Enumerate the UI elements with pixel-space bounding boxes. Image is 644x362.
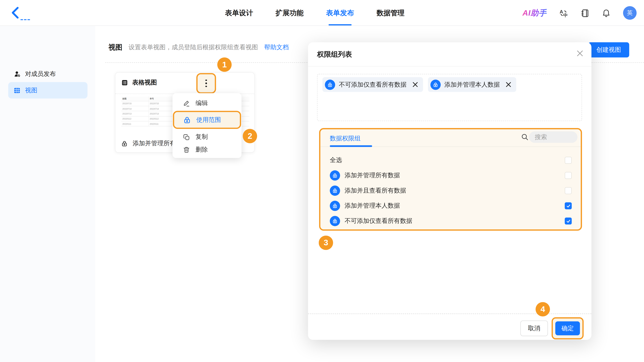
- tab-extensions[interactable]: 扩展功能: [276, 0, 304, 25]
- selected-tags-box: 不可添加仅查看所有数据 添加并管理本人数据: [317, 74, 582, 121]
- sidebar-item-publish-to-members[interactable]: 对成员发布: [8, 67, 88, 81]
- sidebar-item-label: 视图: [25, 86, 37, 94]
- kebab-icon: [206, 80, 207, 87]
- permission-checkbox[interactable]: [565, 187, 572, 194]
- page-title: 视图: [108, 43, 122, 52]
- permission-checkbox[interactable]: [565, 218, 572, 225]
- table-view-icon: [121, 79, 128, 86]
- annotation-step-1: 1: [217, 57, 232, 72]
- grid-view-icon: [14, 87, 21, 94]
- lock-badge-icon: [430, 79, 441, 90]
- permission-group-label: 添加并管理本人数据: [345, 202, 560, 210]
- tab-data-management[interactable]: 数据管理: [377, 0, 405, 25]
- permission-checkbox[interactable]: [565, 202, 572, 209]
- view-card-title: 表格视图: [132, 79, 157, 87]
- menu-item-label: 复制: [196, 133, 208, 141]
- help-docs-link[interactable]: 帮助文档: [264, 43, 289, 51]
- selected-tag: 不可添加仅查看所有数据: [322, 77, 423, 92]
- pencil-icon: [183, 99, 190, 107]
- menu-item-delete[interactable]: 删除: [172, 143, 242, 156]
- cancel-button[interactable]: 取消: [520, 321, 548, 336]
- permission-group-row[interactable]: 添加并且查看所有数据: [330, 183, 572, 198]
- menu-item-label: 使用范围: [196, 116, 221, 124]
- tag-label: 不可添加仅查看所有数据: [339, 81, 406, 88]
- app-window: 表单设计 扩展功能 表单发布 数据管理 AI助手 A 中: [0, 0, 644, 362]
- lock-badge-icon: [330, 216, 340, 226]
- lock-badge-icon: [325, 79, 335, 90]
- lock-badge-icon: [330, 186, 340, 196]
- menu-item-usage-scope[interactable]: 使用范围: [173, 111, 241, 129]
- translate-icon[interactable]: A 中: [559, 8, 568, 17]
- tab-active-underline: [330, 145, 372, 147]
- card-permission-row: 添加并管理所有数据: [121, 140, 174, 147]
- page-subtitle: 设置表单视图，成员登陆后根据权限组查看视图: [129, 43, 258, 51]
- permission-group-label: 添加并管理所有数据: [345, 172, 560, 179]
- copy-icon: [183, 133, 190, 141]
- card-context-menu: 编辑 使用范围 复制 删除: [172, 93, 242, 158]
- nav-tabs: 表单设计 扩展功能 表单发布 数据管理: [225, 0, 404, 25]
- modal-header-divider: [308, 66, 592, 66]
- page-header: 视图 设置表单视图，成员登陆后根据权限组查看视图 帮助文档: [108, 43, 289, 52]
- menu-item-edit[interactable]: 编辑: [172, 97, 242, 110]
- sidebar-item-views[interactable]: 视图: [8, 82, 88, 98]
- annotation-step-4: 4: [536, 302, 550, 317]
- confirm-highlight-ring: 确定: [552, 317, 584, 339]
- permission-group-label: 添加并且查看所有数据: [345, 187, 560, 195]
- permission-group-label: 不可添加仅查看所有数据: [345, 217, 560, 225]
- member-publish-icon: [14, 70, 21, 78]
- modal-footer-divider: [308, 314, 592, 314]
- permission-group-list: 全选 添加并管理所有数据: [330, 153, 572, 229]
- lock-icon: [183, 116, 191, 124]
- data-permission-panel: 数据权限组 搜索 全选 添加并管理所有数据: [319, 128, 582, 231]
- lock-badge-icon: [330, 201, 340, 211]
- annotation-step-3: 3: [319, 236, 333, 250]
- tag-label: 添加并管理本人数据: [444, 81, 500, 88]
- notebook-icon[interactable]: [580, 8, 589, 17]
- card-permission-label: 添加并管理所有数据: [133, 140, 174, 147]
- selected-tag: 添加并管理本人数据: [428, 77, 516, 92]
- lock-icon: [121, 140, 128, 147]
- modal-title: 权限组列表: [317, 50, 352, 59]
- sidebar: 对成员发布 视图: [0, 26, 95, 362]
- sidebar-item-label: 对成员发布: [25, 70, 56, 78]
- topbar-actions: AI助手 A 中: [522, 0, 636, 26]
- annotation-step-2: 2: [243, 129, 257, 143]
- search-input[interactable]: 搜索: [529, 131, 578, 143]
- user-avatar[interactable]: 英: [623, 6, 636, 20]
- back-icon[interactable]: [11, 6, 21, 19]
- top-navigation-bar: 表单设计 扩展功能 表单发布 数据管理 AI助手 A 中: [0, 0, 644, 26]
- tab-form-design[interactable]: 表单设计: [225, 0, 253, 25]
- form-name-redacted: [20, 19, 30, 20]
- permission-group-row[interactable]: 添加并管理所有数据: [330, 168, 572, 183]
- svg-text:中: 中: [563, 12, 568, 17]
- lock-badge-icon: [330, 170, 340, 180]
- menu-item-label: 删除: [196, 146, 208, 153]
- ai-assistant-button[interactable]: AI助手: [522, 7, 546, 18]
- notification-bell-icon[interactable]: [602, 8, 611, 17]
- tag-remove-icon[interactable]: [412, 82, 418, 87]
- menu-item-copy[interactable]: 复制: [172, 131, 242, 143]
- create-view-button[interactable]: 创建视图: [588, 42, 629, 57]
- close-icon[interactable]: [576, 49, 584, 57]
- select-all-checkbox[interactable]: [565, 157, 572, 164]
- permission-group-row[interactable]: 不可添加仅查看所有数据: [330, 213, 572, 229]
- select-all-row[interactable]: 全选: [330, 153, 572, 168]
- tab-data-permission-group[interactable]: 数据权限组: [330, 135, 361, 142]
- svg-text:A: A: [560, 8, 563, 14]
- tab-form-publish[interactable]: 表单发布: [326, 0, 354, 25]
- card-more-actions-button[interactable]: [196, 73, 216, 93]
- permission-checkbox[interactable]: [565, 172, 572, 179]
- confirm-button[interactable]: 确定: [555, 322, 580, 335]
- permission-group-modal: 权限组列表 不可添加仅查看所有数据: [308, 42, 592, 340]
- tag-remove-icon[interactable]: [506, 82, 511, 87]
- menu-item-label: 编辑: [196, 99, 208, 107]
- permission-group-row[interactable]: 添加并管理本人数据: [330, 198, 572, 214]
- trash-icon: [183, 146, 190, 153]
- select-all-label: 全选: [330, 156, 560, 164]
- search-icon: [521, 133, 528, 141]
- view-card-header: 表格视图: [121, 79, 157, 87]
